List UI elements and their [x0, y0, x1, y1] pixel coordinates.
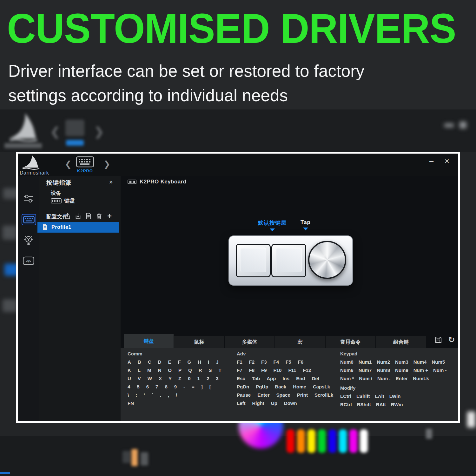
key-option[interactable]: Num4 — [413, 359, 427, 365]
key-option[interactable]: Num1 — [359, 359, 372, 365]
key-option[interactable]: V — [138, 376, 141, 381]
key-option[interactable]: Num9 — [395, 367, 408, 373]
save-button[interactable] — [434, 335, 442, 344]
key-option[interactable]: Num / — [359, 376, 372, 381]
key-option[interactable]: LCtrl — [340, 393, 351, 399]
key-option[interactable]: Pause — [237, 392, 251, 398]
sidebar-item-lighting[interactable] — [22, 234, 35, 247]
key-option[interactable]: Num8 — [377, 367, 390, 373]
key-option[interactable]: T — [219, 367, 221, 373]
key-option[interactable]: B — [138, 359, 141, 365]
key-option[interactable]: Space — [276, 392, 290, 398]
key-option[interactable]: U — [128, 376, 131, 381]
key-option[interactable]: PgUp — [256, 384, 268, 389]
sidebar-item-settings[interactable] — [22, 192, 35, 205]
key-option[interactable]: F2 — [249, 359, 255, 365]
device-row[interactable]: 键盘 — [51, 197, 75, 204]
key-option[interactable]: = — [192, 384, 195, 389]
key-option[interactable]: Num3 — [395, 359, 408, 365]
key-option[interactable]: Back — [275, 384, 286, 389]
key-option[interactable]: ` — [152, 392, 153, 398]
key-option[interactable]: F4 — [274, 359, 279, 365]
default-layer-selector[interactable]: 默认按键层 — [250, 219, 294, 231]
device-tab-label[interactable]: K2PRO — [74, 169, 96, 173]
key-option[interactable]: X — [159, 376, 162, 381]
key-option[interactable]: M — [147, 367, 151, 373]
tab-5[interactable]: 常用命令 — [326, 336, 375, 348]
key-option[interactable]: S — [209, 367, 212, 373]
key-option[interactable]: . — [160, 392, 161, 398]
key-option[interactable]: Q — [188, 367, 192, 373]
export-profile-button[interactable] — [64, 212, 71, 220]
key-option[interactable]: Right — [252, 400, 264, 406]
key-option[interactable]: [ — [209, 384, 211, 389]
key-option[interactable]: NumLk — [413, 376, 429, 381]
key-option[interactable]: Enter — [396, 376, 408, 381]
key-option[interactable]: End — [296, 376, 305, 381]
device-tab-keyboard-icon[interactable] — [76, 155, 95, 168]
key-option[interactable]: I — [208, 359, 209, 365]
key-option[interactable]: RAlt — [376, 402, 386, 407]
key-option[interactable]: Num7 — [359, 367, 372, 373]
key-option[interactable]: Down — [284, 400, 297, 406]
tab-6[interactable]: 组合键 — [376, 336, 426, 348]
key-option[interactable]: ScrollLk — [314, 392, 333, 398]
key-option[interactable]: F9 — [261, 367, 267, 373]
duplicate-profile-button[interactable] — [85, 212, 92, 220]
key-option[interactable]: P — [178, 367, 182, 373]
key-option[interactable]: J — [216, 359, 218, 365]
key-option[interactable]: / — [176, 392, 177, 398]
key-option[interactable]: 9 — [174, 384, 177, 389]
key-option[interactable]: F12 — [303, 367, 311, 373]
key-option[interactable]: 4 — [128, 384, 130, 389]
key-option[interactable]: : — [136, 392, 137, 398]
key-option[interactable]: O — [168, 367, 172, 373]
keycap-1[interactable] — [236, 244, 271, 277]
tap-selector[interactable]: Tap — [294, 219, 317, 230]
keycap-2[interactable] — [271, 244, 306, 277]
import-profile-button[interactable] — [75, 212, 82, 220]
key-option[interactable]: F5 — [286, 359, 291, 365]
key-option[interactable]: Num - — [433, 367, 447, 373]
key-option[interactable]: 6 — [146, 384, 149, 389]
key-option[interactable]: E — [168, 359, 171, 365]
refresh-button[interactable]: ↻ — [447, 335, 456, 344]
key-option[interactable]: Num2 — [377, 359, 390, 365]
key-option[interactable]: ] — [201, 384, 203, 389]
key-option[interactable]: 7 — [155, 384, 158, 389]
key-option[interactable]: K — [128, 367, 131, 373]
prev-device-icon[interactable]: ❮ — [65, 160, 72, 168]
key-option[interactable]: 3 — [216, 376, 218, 381]
key-option[interactable]: N — [158, 367, 162, 373]
key-option[interactable]: F10 — [274, 367, 282, 373]
key-option[interactable]: Left — [237, 400, 246, 406]
key-option[interactable]: LAlt — [375, 393, 384, 399]
key-option[interactable]: Up — [271, 400, 277, 406]
key-option[interactable]: A — [128, 359, 131, 365]
key-option[interactable]: ' — [144, 392, 145, 398]
key-option[interactable]: Del — [312, 376, 319, 381]
sidebar-item-key-assignment[interactable] — [22, 214, 36, 225]
key-option[interactable]: LShift — [356, 393, 370, 399]
tab-4[interactable]: 宏 — [275, 336, 325, 348]
key-option[interactable]: H — [198, 359, 201, 365]
key-option[interactable]: Tab — [252, 376, 260, 381]
key-option[interactable]: Num0 — [340, 359, 354, 365]
minimize-button[interactable]: − — [429, 157, 434, 166]
next-device-icon[interactable]: ❯ — [103, 160, 110, 168]
key-option[interactable]: Esc — [237, 376, 245, 381]
key-option[interactable]: F6 — [298, 359, 304, 365]
add-profile-button[interactable]: + — [106, 212, 113, 220]
key-option[interactable]: - — [183, 384, 185, 389]
key-option[interactable]: F3 — [261, 359, 267, 365]
key-option[interactable]: G — [188, 359, 191, 365]
key-option[interactable]: FN — [128, 400, 134, 406]
key-option[interactable]: D — [158, 359, 162, 365]
key-option[interactable]: Print — [297, 392, 308, 398]
key-option[interactable]: 0 — [188, 376, 190, 381]
key-option[interactable]: Ins — [282, 376, 289, 381]
key-option[interactable]: LWin — [389, 393, 401, 399]
key-option[interactable]: , — [168, 392, 169, 398]
key-option[interactable]: C — [148, 359, 151, 365]
key-option[interactable]: RShift — [357, 402, 371, 407]
